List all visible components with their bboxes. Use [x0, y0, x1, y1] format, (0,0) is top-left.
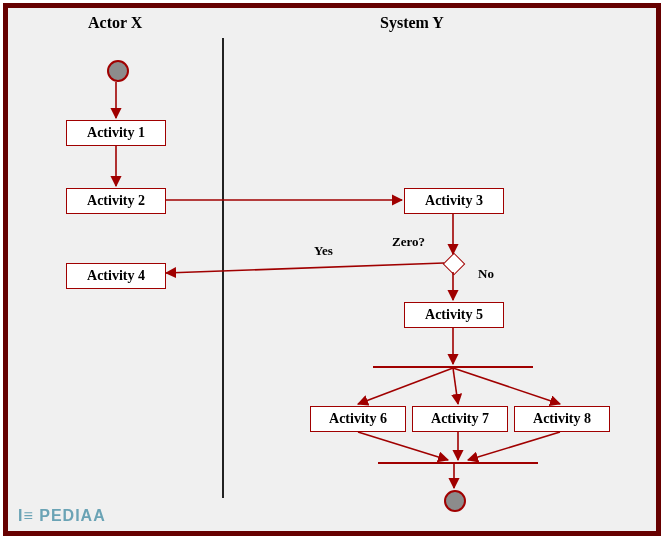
- diagram-frame: Actor X System Y Activity 1 Activity 2 A…: [3, 3, 661, 536]
- svg-line-12: [468, 432, 560, 460]
- svg-line-10: [358, 432, 448, 460]
- edges: [8, 8, 656, 531]
- svg-line-8: [453, 368, 458, 404]
- watermark: I≡ PEDIAA: [18, 507, 106, 525]
- svg-line-7: [358, 368, 453, 404]
- svg-line-4: [166, 263, 444, 273]
- diagram-canvas: Actor X System Y Activity 1 Activity 2 A…: [8, 8, 656, 531]
- svg-line-9: [453, 368, 560, 404]
